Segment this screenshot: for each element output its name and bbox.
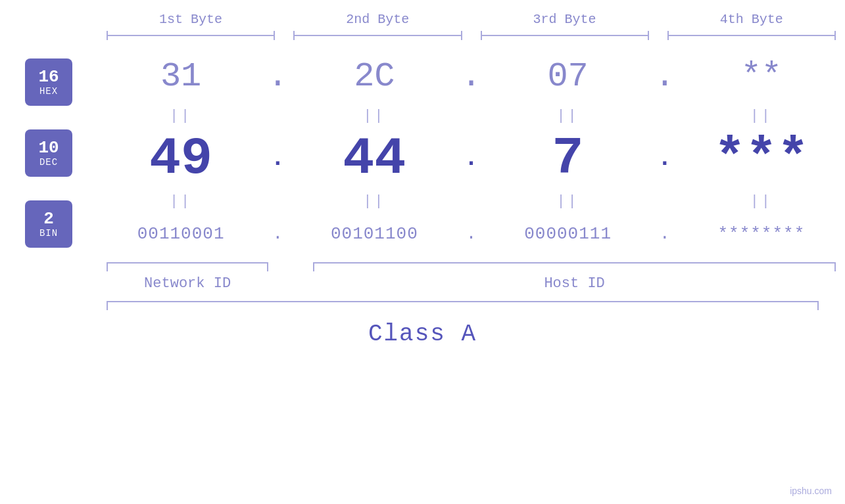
dec-val-2: 44 (343, 129, 406, 189)
hex-cell-1: 31 (97, 57, 264, 96)
hex-val-3: 07 (547, 57, 588, 96)
eq-cell-3: || (485, 108, 652, 124)
hex-val-2: 2C (354, 57, 395, 96)
hex-cell-4: ** (678, 57, 845, 96)
class-row: Class A (0, 321, 845, 348)
bin-val-1: 00110001 (137, 224, 225, 244)
eq-cell-1: || (97, 108, 264, 124)
bin-cell-4: ******** (678, 224, 845, 244)
eq-cell-2: || (291, 108, 458, 124)
watermark: ipshu.com (790, 486, 832, 496)
hex-dot-2: . (458, 57, 485, 96)
hex-badge: 16 HEX (25, 58, 72, 106)
bin-dot-1: . (264, 224, 291, 244)
hex-badge-number: 16 (38, 68, 59, 87)
dec-cell-3: 7 (485, 129, 652, 189)
dec-badge-number: 10 (38, 139, 59, 158)
bin-badge-label: BIN (39, 228, 58, 239)
hex-val-4: ** (741, 57, 782, 96)
network-bracket (97, 262, 278, 271)
bin-dot-3: . (652, 224, 678, 244)
bin-cell-2: 00101100 (291, 224, 458, 244)
bracket-1 (97, 31, 284, 40)
eq2-cell-4: || (678, 193, 845, 210)
bin-val-2: 00101100 (331, 224, 418, 244)
bracket-2 (284, 31, 471, 40)
bin-cell-1: 00110001 (97, 224, 264, 244)
dec-dot-2: . (458, 145, 485, 172)
host-id-label: Host ID (304, 275, 845, 292)
hex-badge-label: HEX (39, 86, 58, 97)
eq2-cell-1: || (97, 193, 264, 210)
dec-badge: 10 DEC (25, 129, 72, 177)
network-host-bracket-row (0, 262, 845, 271)
bin-cell-3: 00000111 (485, 224, 652, 244)
hex-values-row: 31 . 2C . 07 . ** (97, 47, 845, 106)
grid-area: 31 . 2C . 07 . ** (97, 47, 845, 260)
eq2-cell-2: || (291, 193, 458, 210)
network-host-label-row: Network ID Host ID (0, 275, 845, 292)
bracket-4 (658, 31, 845, 40)
byte1-label: 1st Byte (97, 12, 284, 27)
bin-badge: 2 BIN (25, 200, 72, 248)
equals-row-2: || || || || (97, 191, 845, 211)
wide-bracket (107, 301, 819, 310)
header-row: 1st Byte 2nd Byte 3rd Byte 4th Byte (0, 12, 845, 27)
dec-val-4: *** (714, 129, 809, 189)
dec-val-1: 49 (149, 129, 212, 189)
byte2-label: 2nd Byte (284, 12, 471, 27)
dec-val-3: 7 (552, 129, 584, 189)
dec-dot-1: . (264, 145, 291, 172)
dec-cell-2: 44 (291, 129, 458, 189)
bin-badge-number: 2 (43, 210, 54, 229)
byte3-label: 3rd Byte (471, 12, 658, 27)
bin-values-row: 00110001 . 00101100 . 00000111 . (97, 211, 845, 257)
top-bracket-row (0, 31, 845, 40)
hex-cell-2: 2C (291, 57, 458, 96)
bracket-3 (471, 31, 658, 40)
hex-dot-3: . (652, 57, 678, 96)
hex-cell-3: 07 (485, 57, 652, 96)
byte4-label: 4th Byte (658, 12, 845, 27)
bin-dot-2: . (458, 224, 485, 244)
host-bracket (304, 262, 845, 271)
wide-bracket-row (0, 301, 845, 310)
bin-val-4: ******** (717, 224, 805, 244)
badges-column: 16 HEX 10 DEC 2 BIN (0, 47, 97, 260)
dec-dot-3: . (652, 145, 678, 172)
hex-dot-1: . (264, 57, 291, 96)
equals-row-1: || || || || (97, 106, 845, 126)
eq2-cell-3: || (485, 193, 652, 210)
class-label: Class A (368, 321, 477, 348)
hex-val-1: 31 (160, 57, 201, 96)
dec-values-row: 49 . 44 . 7 . *** (97, 126, 845, 191)
dec-cell-1: 49 (97, 129, 264, 189)
bin-val-3: 00000111 (524, 224, 612, 244)
eq-cell-4: || (678, 108, 845, 124)
content-area: 16 HEX 10 DEC 2 BIN 31 . (0, 47, 845, 260)
dec-badge-label: DEC (39, 157, 58, 168)
dec-cell-4: *** (678, 129, 845, 189)
main-container: 1st Byte 2nd Byte 3rd Byte 4th Byte 16 H… (0, 0, 845, 504)
network-id-label: Network ID (97, 275, 278, 292)
